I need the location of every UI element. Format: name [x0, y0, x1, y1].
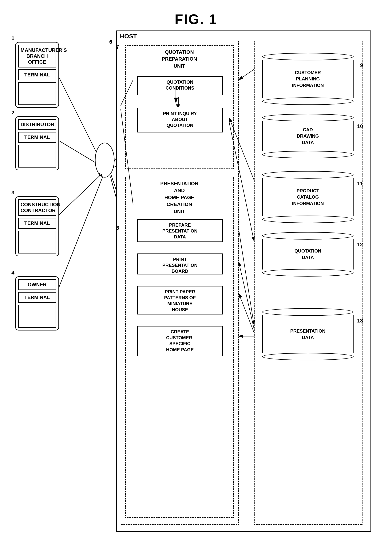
- presentation-unit-label: PRESENTATIONANDHOME PAGECREATIONUNIT: [126, 177, 233, 218]
- ref3: 3: [11, 190, 15, 196]
- db9-label: CUSTOMERPLANNINGINFORMATION: [292, 69, 324, 89]
- db9-top: [262, 53, 354, 60]
- svg-line-3: [55, 177, 103, 297]
- terminal1-label: TERMINAL: [18, 69, 56, 80]
- svg-line-25: [239, 293, 254, 332]
- owner-label: OWNER: [18, 279, 56, 290]
- terminal2-label: TERMINAL: [18, 132, 56, 143]
- print-inquiry-box: PRINT INQUIRYABOUTQUOTATION: [137, 108, 223, 132]
- db11-bottom: [262, 215, 354, 223]
- print-paper-patterns-box: PRINT PAPERPATTERNS OFMINIATUREHOUSE: [137, 286, 223, 315]
- page-title: FIG. 1: [0, 0, 392, 35]
- network-node: 5: [93, 141, 116, 180]
- terminal2-screen: [18, 145, 56, 168]
- ref7: 7: [116, 44, 119, 50]
- terminal1-screen: [18, 82, 56, 105]
- ref8: 8: [116, 225, 119, 231]
- arrow-down1: [178, 97, 178, 105]
- db13-body: PRESENTATIONDATA: [262, 315, 354, 353]
- db13-container: 13 PRESENTATIONDATA: [262, 308, 354, 360]
- db9-body: CUSTOMERPLANNINGINFORMATION: [262, 60, 354, 98]
- arrowhead1: [176, 104, 180, 108]
- terminal3-label: TERMINAL: [18, 218, 56, 229]
- contractor-label: CONSTRUCTIONCONTRACTOR: [18, 199, 56, 216]
- distributor-label: DISTRIBUTOR: [18, 119, 56, 130]
- ref5: 5: [99, 172, 102, 178]
- db12-top: [262, 232, 354, 240]
- ref13: 13: [357, 318, 363, 324]
- db10-bottom: [262, 151, 354, 158]
- db12-label: QUOTATIONDATA: [294, 248, 321, 261]
- db12-body: QUOTATIONDATA: [262, 239, 354, 270]
- prepare-presentation-box: PREPAREPRESENTATIONDATA: [137, 219, 223, 242]
- group3: 3 CONSTRUCTIONCONTRACTOR TERMINAL: [15, 196, 59, 256]
- create-home-page-box: CREATECUSTOMER-SPECIFICHOME PAGE: [137, 326, 223, 356]
- db10-container: 10 CADDRAWINGDATA: [262, 114, 354, 158]
- db11-top: [262, 171, 354, 178]
- db13-top: [262, 308, 354, 316]
- terminal4-label: TERMINAL: [18, 292, 56, 303]
- quotation-unit-box: 7 QUOTATIONPREPARATIONUNIT QUOTATIONCOND…: [125, 45, 234, 169]
- db12-bottom: [262, 269, 354, 277]
- ref9: 9: [360, 62, 363, 68]
- left-dashed-box: 7 QUOTATIONPREPARATIONUNIT QUOTATIONCOND…: [121, 41, 239, 525]
- quotation-conditions-box: QUOTATIONCONDITIONS: [137, 76, 223, 95]
- ref12: 12: [357, 242, 363, 248]
- db13-label: PRESENTATIONDATA: [290, 328, 325, 341]
- ref11: 11: [357, 180, 363, 186]
- terminal4-screen: [18, 305, 56, 328]
- ref10: 10: [357, 123, 363, 130]
- db9-bottom: [262, 97, 354, 105]
- quotation-unit-label: QUOTATIONPREPARATIONUNIT: [126, 46, 233, 72]
- svg-line-23: [239, 230, 254, 325]
- print-presentation-board-box: PRINTPRESENTATIONBOARD: [137, 253, 223, 274]
- host-label: HOST: [117, 31, 371, 41]
- group4: 4 OWNER TERMINAL: [15, 276, 59, 330]
- group2: 2 DISTRIBUTOR TERMINAL: [15, 116, 59, 170]
- manufacturer-label: MANUFACTURER'SBRANCH OFFICE: [18, 45, 56, 67]
- db9-container: 9 CUSTOMERPLANNINGINFORMATION: [262, 53, 354, 105]
- db12-container: 12 QUOTATIONDATA: [262, 232, 354, 277]
- ref1: 1: [11, 35, 15, 41]
- db11-body: PRODUCTCATALOGINFORMATION: [262, 178, 354, 216]
- ref2: 2: [11, 110, 15, 116]
- db10-label: CADDRAWINGDATA: [297, 127, 319, 146]
- db10-top: [262, 114, 354, 121]
- ref4: 4: [11, 270, 15, 276]
- svg-line-20: [239, 69, 254, 80]
- group1: 1 MANUFACTURER'SBRANCH OFFICE TERMINAL: [15, 42, 59, 108]
- svg-line-24: [239, 262, 254, 329]
- presentation-unit-box: 8 PRESENTATIONANDHOME PAGECREATIONUNIT P…: [125, 177, 234, 518]
- db13-bottom: [262, 353, 354, 360]
- terminal3-screen: [18, 231, 56, 253]
- db11-container: 11 PRODUCTCATALOGINFORMATION: [262, 171, 354, 223]
- svg-point-17: [95, 143, 114, 177]
- db10-body: CADDRAWINGDATA: [262, 121, 354, 151]
- db11-label: PRODUCTCATALOGINFORMATION: [292, 187, 324, 207]
- host-box: HOST 6 7 QUOTATIONPREPARATIONUNIT QUOTAT…: [116, 30, 371, 532]
- ref6: 6: [109, 39, 112, 45]
- right-dashed-box: 9 CUSTOMERPLANNINGINFORMATION 10 CADDRAW…: [254, 41, 363, 525]
